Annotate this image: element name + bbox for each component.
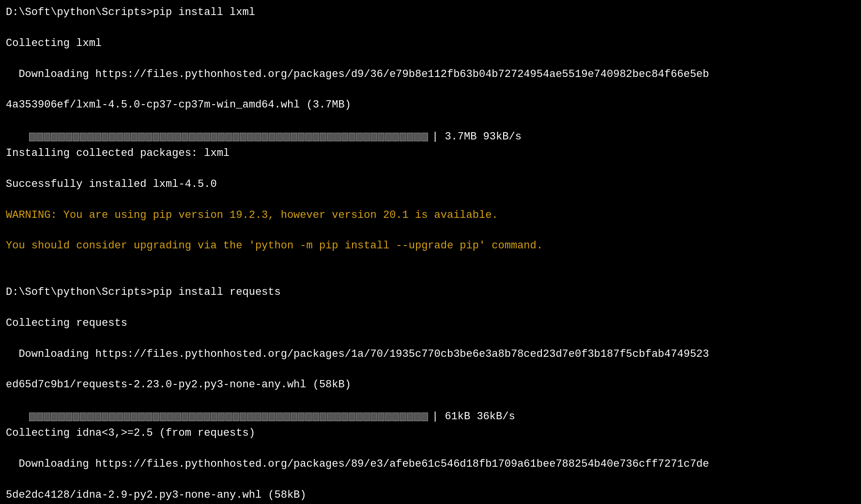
progress-block <box>131 412 138 421</box>
progress-block <box>51 412 58 421</box>
progress-block <box>153 412 159 421</box>
terminal-line: Downloading https://files.pythonhosted.o… <box>6 457 855 472</box>
progress-block <box>29 412 36 421</box>
progress-block <box>80 133 87 141</box>
progress-block <box>189 133 196 141</box>
progress-block <box>291 133 297 141</box>
progress-block <box>116 133 123 141</box>
progress-block <box>167 412 174 421</box>
terminal-line: You should consider upgrading via the 'p… <box>6 238 855 254</box>
progress-block <box>341 412 348 421</box>
progress-block <box>211 133 217 141</box>
progress-block <box>174 133 181 141</box>
progress-block <box>196 133 203 141</box>
progress-block <box>370 133 377 141</box>
progress-block <box>196 412 203 421</box>
progress-block <box>334 133 341 141</box>
progress-block <box>29 133 36 141</box>
progress-block <box>312 133 319 141</box>
progress-block <box>51 133 58 141</box>
progress-block <box>305 412 312 421</box>
progress-block <box>58 412 65 421</box>
progress-block <box>116 412 123 421</box>
terminal-line: Installing collected packages: lxml <box>6 146 855 161</box>
terminal-line: 5de2dc4128/idna-2.9-py2.py3-none-any.whl… <box>6 488 855 503</box>
terminal-line: WARNING: You are using pip version 19.2.… <box>6 208 855 223</box>
progress-block <box>247 412 254 421</box>
progress-block <box>341 133 348 141</box>
progress-block <box>414 412 421 421</box>
progress-block <box>232 133 239 141</box>
progress-block <box>385 133 392 141</box>
progress-block <box>400 133 406 141</box>
progress-block <box>363 133 370 141</box>
terminal-line: ed65d7c9b1/requests-2.23.0-py2.py3-none-… <box>6 377 855 393</box>
progress-block <box>153 133 159 141</box>
progress-block <box>305 133 312 141</box>
progress-block <box>73 133 79 141</box>
progress-block <box>73 412 79 421</box>
progress-block <box>261 412 268 421</box>
terminal-line: Collecting idna<3,>=2.5 (from requests) <box>6 426 855 441</box>
terminal-line: 4a353906ef/lxml-4.5.0-cp37-cp37m-win_amd… <box>6 97 855 113</box>
progress-block <box>298 412 305 421</box>
progress-bar-row: | 3.7MB 93kB/s <box>6 129 855 145</box>
progress-block <box>145 412 152 421</box>
progress-block <box>334 412 341 421</box>
progress-speed: | 3.7MB 93kB/s <box>432 129 522 145</box>
terminal-window: D:\Soft\python\Scripts>pip install lxmlC… <box>0 0 861 504</box>
progress-block <box>102 133 108 141</box>
progress-block <box>240 133 246 141</box>
progress-block <box>298 133 305 141</box>
progress-block <box>174 412 181 421</box>
terminal-line: D:\Soft\python\Scripts>pip install reque… <box>6 285 855 300</box>
progress-block <box>65 133 72 141</box>
progress-block <box>109 412 116 421</box>
progress-block <box>269 412 276 421</box>
terminal-line: Collecting lxml <box>6 36 855 51</box>
terminal-line: Downloading https://files.pythonhosted.o… <box>6 347 855 362</box>
progress-block <box>414 133 421 141</box>
progress-block <box>276 133 283 141</box>
progress-block <box>218 412 225 421</box>
progress-block <box>189 412 196 421</box>
progress-block <box>320 133 326 141</box>
progress-block <box>218 133 225 141</box>
progress-block <box>160 412 167 421</box>
terminal-line: Downloading https://files.pythonhosted.o… <box>6 67 855 82</box>
progress-block <box>131 133 138 141</box>
progress-block <box>283 133 290 141</box>
progress-block <box>123 133 130 141</box>
terminal-line: Successfully installed lxml-4.5.0 <box>6 177 855 192</box>
progress-block <box>80 412 87 421</box>
progress-block <box>421 412 428 421</box>
progress-block <box>312 412 319 421</box>
progress-block <box>102 412 108 421</box>
progress-block <box>182 133 188 141</box>
progress-block <box>138 133 145 141</box>
progress-block <box>65 412 72 421</box>
progress-block <box>320 412 326 421</box>
progress-block <box>211 412 217 421</box>
progress-block <box>276 412 283 421</box>
progress-bar-row: | 61kB 36kB/s <box>6 409 855 425</box>
progress-block <box>254 412 261 421</box>
progress-block <box>203 133 210 141</box>
progress-block <box>87 133 94 141</box>
progress-block <box>182 412 188 421</box>
progress-block <box>363 412 370 421</box>
progress-block <box>44 412 50 421</box>
progress-block <box>123 412 130 421</box>
progress-block <box>370 412 377 421</box>
progress-block <box>94 133 101 141</box>
progress-block <box>36 133 43 141</box>
progress-block <box>203 412 210 421</box>
terminal-line: D:\Soft\python\Scripts>pip install lxml <box>6 5 855 20</box>
progress-block <box>400 412 406 421</box>
progress-block <box>160 133 167 141</box>
progress-block <box>87 412 94 421</box>
progress-block <box>240 412 246 421</box>
progress-bar <box>29 412 428 421</box>
progress-block <box>392 133 399 141</box>
progress-block <box>269 133 276 141</box>
